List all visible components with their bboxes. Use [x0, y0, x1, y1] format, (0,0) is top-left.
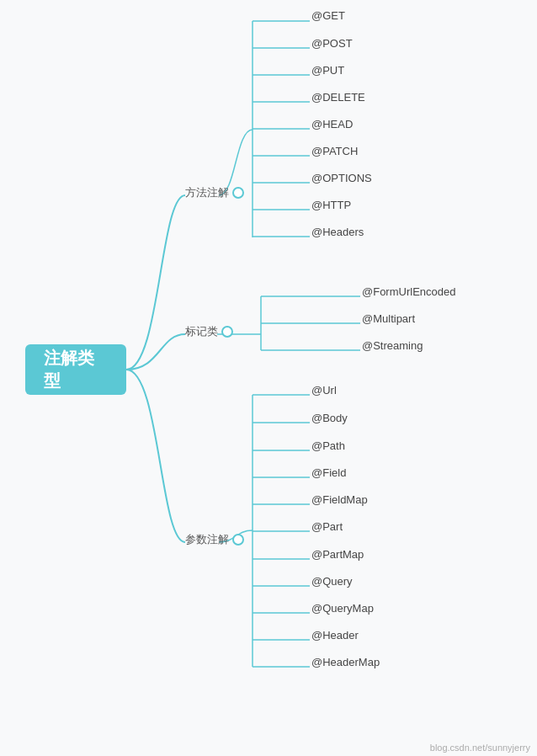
leaf-body: @Body [311, 412, 348, 424]
branch-method: 方法注解 [185, 185, 244, 200]
leaf-field: @Field [311, 466, 346, 479]
leaf-headers: @Headers [311, 226, 364, 238]
branch-param-label: 参数注解 [185, 532, 229, 547]
watermark: blog.csdn.net/sunnyjerry [430, 743, 530, 753]
branch-mark: 标记类 [185, 324, 233, 339]
leaf-headermap: @HeaderMap [311, 656, 380, 668]
branch-mark-label: 标记类 [185, 324, 218, 339]
root-node: 注解类型 [25, 344, 126, 395]
leaf-head: @HEAD [311, 118, 353, 130]
branch-method-icon [232, 187, 244, 199]
leaf-fieldmap: @FieldMap [311, 493, 368, 506]
diagram-container: 注解类型 方法注解 @GET @POST @PUT @DELETE @HEAD … [0, 0, 537, 756]
leaf-partmap: @PartMap [311, 548, 364, 561]
leaf-url: @Url [311, 384, 337, 397]
leaf-formurlencoded: @FormUrlEncoded [362, 285, 455, 298]
leaf-http: @HTTP [311, 199, 351, 211]
leaf-multipart: @Multipart [362, 312, 415, 325]
leaf-part: @Part [311, 520, 343, 533]
leaf-patch: @PATCH [311, 145, 358, 157]
branch-method-label: 方法注解 [185, 185, 229, 200]
leaf-streaming: @Streaming [362, 339, 423, 352]
leaf-querymap: @QueryMap [311, 602, 374, 615]
leaf-header: @Header [311, 629, 359, 642]
leaf-path: @Path [311, 439, 345, 452]
branch-mark-icon [221, 326, 233, 338]
leaf-put: @PUT [311, 64, 344, 77]
leaf-post: @POST [311, 37, 353, 50]
leaf-get: @GET [311, 9, 345, 22]
branch-param: 参数注解 [185, 532, 244, 547]
leaf-delete: @DELETE [311, 91, 365, 104]
leaf-options: @OPTIONS [311, 172, 372, 184]
branch-param-icon [232, 534, 244, 546]
leaf-query: @Query [311, 575, 353, 588]
